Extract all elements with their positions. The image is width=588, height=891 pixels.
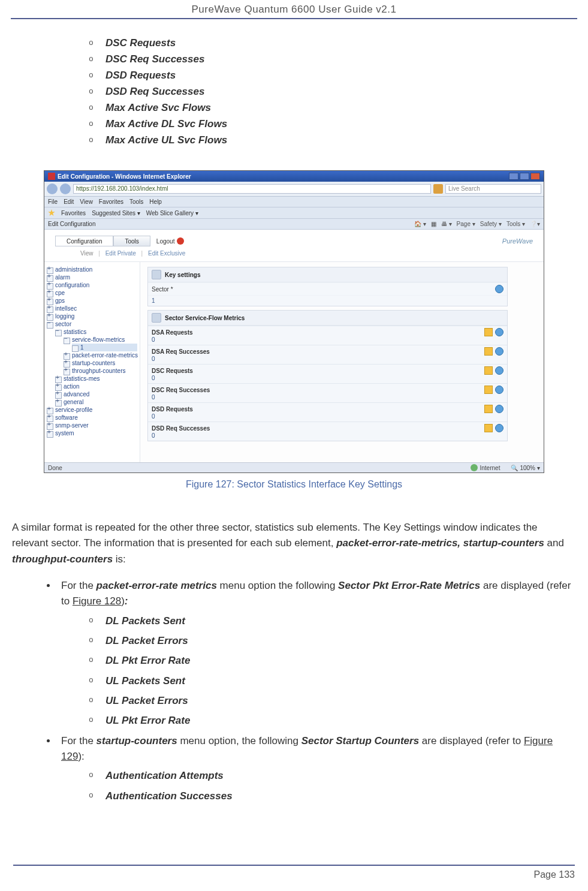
tree-intellsec[interactable]: intellsec [47, 305, 137, 312]
favorites-bar: Favorites Suggested Sites ▾ Web Slice Ga… [44, 207, 544, 219]
maximize-icon[interactable] [520, 173, 529, 180]
menu-edit[interactable]: Edit [64, 198, 74, 205]
top-sublist: DSC Requests DSC Req Successes DSD Reque… [89, 37, 577, 146]
list-item: UL Packets Sent [89, 673, 577, 689]
search-input[interactable]: Live Search [445, 184, 541, 194]
suggested-sites-link[interactable]: Suggested Sites ▾ [92, 210, 140, 216]
refresh-button[interactable] [433, 184, 443, 194]
tree-advanced[interactable]: advanced [55, 390, 137, 398]
list-item: Authentication Attempts [89, 768, 577, 784]
app-content: Configuration Tools Logout PureWave View… [44, 230, 544, 462]
chart-icon[interactable] [484, 328, 493, 336]
page-menu[interactable]: Page ▾ [457, 221, 475, 227]
tree-logging[interactable]: logging [47, 312, 137, 320]
list-item: DSD Req Successes [89, 86, 577, 98]
list-item: Authentication Successes [89, 788, 577, 804]
page-number: Page 133 [533, 869, 575, 880]
menu-favorites[interactable]: Favorites [99, 198, 123, 205]
help-icon[interactable] [495, 366, 503, 375]
web-slice-gallery-link[interactable]: Web Slice Gallery ▾ [146, 210, 198, 216]
list-item: DSD Requests [89, 70, 577, 82]
list-item: DL Packets Sent [89, 613, 577, 629]
close-icon[interactable] [530, 173, 540, 180]
key-icon [152, 270, 161, 279]
safety-menu[interactable]: Safety ▾ [480, 221, 502, 227]
tree-system[interactable]: system [47, 429, 137, 437]
tree-administration[interactable]: administration [47, 266, 137, 273]
tree-service-flow-metrics[interactable]: service-flow-metrics [64, 336, 137, 344]
help-icon[interactable]: ❔▾ [530, 221, 540, 227]
figure-128-link[interactable]: Figure 128 [73, 595, 121, 607]
metric-label: DSA Req Successes [148, 345, 507, 356]
help-icon[interactable] [495, 347, 503, 356]
home-icon[interactable]: 🏠 ▾ [414, 221, 426, 227]
edit-exclusive-link[interactable]: Edit Exclusive [148, 250, 185, 257]
tree-statistics-mes[interactable]: statistics-mes [55, 375, 137, 383]
window-title: Edit Configuration - Windows Internet Ex… [58, 173, 191, 180]
metric-value: 0 [148, 413, 507, 422]
view-mode-row: View | Edit Private | Edit Exclusive [44, 249, 544, 262]
help-icon[interactable] [495, 405, 503, 413]
menu-help[interactable]: Help [149, 198, 162, 205]
help-icon[interactable] [495, 386, 503, 394]
list-item: Max Active UL Svc Flows [89, 134, 577, 146]
metric-value: 0 [148, 394, 507, 402]
tree-sector[interactable]: sector [47, 320, 137, 328]
print-icon[interactable]: 🖶 ▾ [441, 221, 452, 227]
help-icon[interactable] [495, 285, 503, 293]
address-bar-row: https://192.168.200.103/index.html Live … [44, 182, 544, 197]
metric-value: 0 [148, 375, 507, 383]
tree-cpe[interactable]: cpe [47, 289, 137, 297]
menu-view[interactable]: View [80, 198, 93, 205]
forward-button[interactable] [60, 183, 71, 194]
menu-tools[interactable]: Tools [129, 198, 143, 205]
window-titlebar: Edit Configuration - Windows Internet Ex… [44, 171, 544, 182]
edit-private-link[interactable]: Edit Private [105, 250, 136, 257]
metric-value: 0 [148, 432, 507, 441]
metric-value: 0 [148, 356, 507, 364]
back-button[interactable] [47, 183, 58, 194]
chart-icon[interactable] [484, 424, 493, 432]
chart-icon[interactable] [484, 366, 493, 375]
paragraph-1: A similar format is repeated for the oth… [11, 520, 577, 567]
tree-software[interactable]: software [47, 414, 137, 422]
tree-service-profile[interactable]: service-profile [47, 406, 137, 414]
tree-general[interactable]: general [55, 398, 137, 406]
favorites-label[interactable]: Favorites [61, 210, 86, 216]
chart-icon[interactable] [484, 405, 493, 413]
metric-label: DSD Req Successes [148, 422, 507, 432]
logout-button[interactable]: Logout [156, 237, 185, 245]
metric-label: DSC Requests [148, 365, 507, 375]
list-item: Max Active Svc Flows [89, 102, 577, 114]
status-zone: Internet [480, 465, 500, 471]
feed-icon[interactable]: ▦ [431, 221, 436, 227]
help-icon[interactable] [495, 328, 503, 336]
tab-configuration[interactable]: Configuration [55, 236, 113, 246]
tree-alarm[interactable]: alarm [47, 273, 137, 281]
sector-value: 1 [152, 297, 155, 304]
tools-menu[interactable]: Tools ▾ [506, 221, 525, 227]
tree-gps[interactable]: gps [47, 297, 137, 305]
chart-icon[interactable] [484, 347, 493, 356]
sector-label: Sector * [152, 286, 495, 293]
menu-file[interactable]: File [48, 198, 58, 205]
tree-startup-counters[interactable]: startup-counters [64, 359, 137, 367]
tree-item-1[interactable]: 1 [72, 344, 137, 351]
status-bar: Done Internet 🔍100%▾ [44, 462, 544, 472]
tree-action[interactable]: action [55, 383, 137, 390]
tree-packet-error-rate-metrics[interactable]: packet-error-rate-metrics [64, 351, 137, 359]
nav-tree: administration alarm configuration cpe g… [44, 262, 140, 462]
help-icon[interactable] [495, 424, 503, 432]
chart-icon[interactable] [484, 386, 493, 394]
address-bar[interactable]: https://192.168.200.103/index.html [73, 184, 431, 194]
browser-tab[interactable]: Edit Configuration [48, 221, 96, 227]
ie-tab-bar: Edit Configuration 🏠 ▾ ▦ 🖶 ▾ Page ▾ Safe… [44, 219, 544, 230]
star-icon [48, 209, 55, 216]
list-item: UL Packet Errors [89, 693, 577, 709]
minimize-icon[interactable] [509, 173, 518, 180]
tree-snmp-server[interactable]: snmp-server [47, 422, 137, 429]
tab-tools[interactable]: Tools [113, 236, 150, 246]
tree-configuration[interactable]: configuration [47, 281, 137, 289]
zoom-control[interactable]: 🔍100%▾ [511, 465, 540, 471]
tree-throughput-counters[interactable]: throughput-counters [64, 367, 137, 375]
